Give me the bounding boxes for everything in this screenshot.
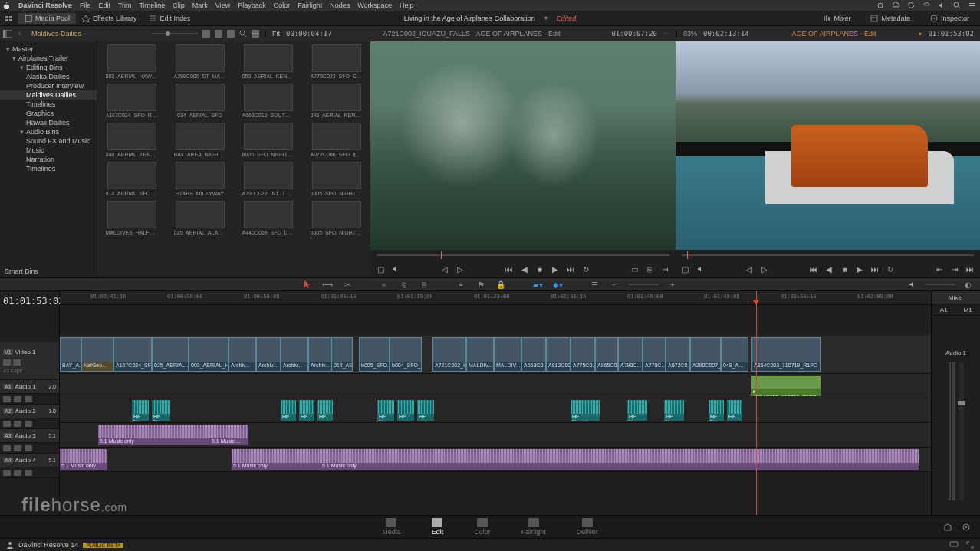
- audio-clip[interactable]: HF N...: [627, 400, 647, 421]
- go-end-icon[interactable]: ⏭: [965, 264, 975, 274]
- clip-thumb[interactable]: b005_SFO_NIGHT_LIGH...: [305, 201, 367, 235]
- audio-clip[interactable]: HF...: [397, 400, 414, 421]
- video-clip[interactable]: A653C0...: [521, 337, 546, 372]
- bin-maldives-dailies[interactable]: Maldives Dailies: [0, 90, 97, 100]
- clip-thumb[interactable]: 014_AERIAL_SFO: [169, 84, 231, 118]
- clip-thumb[interactable]: MALDIVES_HALF_IN_HA...: [100, 201, 163, 235]
- spotlight-icon[interactable]: [952, 1, 962, 10]
- project-manager-icon[interactable]: [943, 523, 952, 532]
- list-view-icon[interactable]: [227, 30, 235, 38]
- effects-library-toggle[interactable]: Effects Library: [76, 13, 143, 24]
- timeline-view-icon[interactable]: ☰: [588, 279, 600, 290]
- mute-icon[interactable]: [3, 396, 11, 402]
- video-clip[interactable]: A721C002_IG...: [432, 337, 466, 372]
- apple-menu[interactable]: [3, 2, 11, 9]
- audio-track-1[interactable]: ▸ A384C003_110719_R1PC: [60, 374, 931, 398]
- step-fwd-icon[interactable]: ⏭: [565, 264, 576, 274]
- bin-music[interactable]: Music: [0, 146, 97, 155]
- audio-clip[interactable]: HF...: [281, 400, 296, 421]
- clip-thumb[interactable]: b005_SFO_NIGHT_LIGH...: [305, 162, 367, 196]
- video-clip[interactable]: MALDIV...: [466, 337, 494, 372]
- video-clip[interactable]: A812C00...: [546, 337, 571, 372]
- back-icon[interactable]: ‹: [15, 30, 24, 38]
- menu-clip[interactable]: Clip: [173, 2, 185, 9]
- audio-track-2[interactable]: HF N...HF N...HF...HF...HF...HF N...HF..…: [60, 398, 931, 423]
- inspector-toggle[interactable]: Inspector: [924, 13, 975, 24]
- match-frame-icon[interactable]: ▢: [375, 264, 386, 274]
- page-tab-edit[interactable]: Edit: [432, 518, 444, 536]
- mixer-volume-icon[interactable]: [906, 279, 919, 290]
- clip-thumb[interactable]: 053_AERIAL_KENYA_YE...: [237, 44, 299, 79]
- expand-icon[interactable]: [966, 541, 974, 549]
- clip-thumb[interactable]: A299C006_ST_MAARTE...: [169, 44, 231, 79]
- timeline-body[interactable]: 01:00:41:1601:00:50:0001:00:58:0801:01:0…: [60, 291, 931, 515]
- audio-clip[interactable]: HF...: [727, 400, 742, 421]
- audio-clip[interactable]: 5.1 Music only: [60, 449, 107, 470]
- chat-icon[interactable]: [949, 541, 959, 549]
- menu-mark[interactable]: Mark: [192, 2, 208, 9]
- chevron-down-icon[interactable]: ▾: [544, 15, 548, 21]
- mute-icon[interactable]: [3, 470, 11, 476]
- step-back-icon[interactable]: ◀: [519, 264, 530, 274]
- audio-clip[interactable]: HF N...: [152, 400, 170, 421]
- menu-workspace[interactable]: Workspace: [357, 2, 392, 9]
- dim-icon[interactable]: ◐: [962, 279, 974, 290]
- timeline-name[interactable]: AGE OF AIRPLANES - Edit: [755, 30, 913, 38]
- video-clip[interactable]: A167C024_SF...: [113, 337, 152, 372]
- step-fwd-icon[interactable]: ⏭: [870, 264, 880, 274]
- grid-view-icon[interactable]: [215, 30, 222, 38]
- video-clip[interactable]: b004_SFO_NI...: [390, 337, 422, 372]
- audio-track-3[interactable]: 5.1 Music only5.1 Music ...: [60, 423, 931, 448]
- record-viewer[interactable]: [676, 41, 981, 250]
- loop-icon[interactable]: ↻: [580, 264, 591, 274]
- stop-icon[interactable]: ■: [534, 264, 545, 274]
- marker-icon[interactable]: ◆▾: [551, 279, 564, 290]
- first-frame-icon[interactable]: ⏮: [504, 264, 515, 274]
- bin-timelines[interactable]: Timelines: [0, 100, 97, 109]
- solo-icon[interactable]: [14, 445, 21, 451]
- bin-airplanes-trailer[interactable]: ▾Airplanes Trailer: [0, 54, 97, 63]
- page-tab-media[interactable]: Media: [382, 518, 401, 536]
- clip-thumb[interactable]: A775C023_SFO_CHINA...: [305, 44, 367, 79]
- video-clip[interactable]: 025_AERIAL...: [152, 337, 189, 372]
- media-pool-toggle[interactable]: Media Pool: [18, 13, 76, 24]
- video-clip[interactable]: b005_SFO...: [359, 337, 390, 372]
- menu-trim[interactable]: Trim: [118, 2, 132, 9]
- play-icon[interactable]: ▶: [550, 264, 561, 274]
- menu-fairlight[interactable]: Fairlight: [298, 2, 322, 9]
- audio-clip[interactable]: HF...: [299, 400, 314, 421]
- arm-icon[interactable]: [25, 421, 32, 427]
- mute-icon[interactable]: [3, 421, 11, 427]
- video-clip[interactable]: A290C007_ST...: [690, 337, 721, 372]
- video-clip[interactable]: A790C...: [618, 337, 643, 372]
- clip-thumb[interactable]: A440C009_SFO_LUFT_S...: [237, 201, 299, 235]
- zoom-out-icon[interactable]: −: [608, 279, 620, 290]
- mute-icon[interactable]: [3, 445, 11, 451]
- overwrite-icon[interactable]: ⎘: [644, 264, 655, 274]
- insert-icon[interactable]: ▭: [629, 264, 640, 274]
- record-scrubber[interactable]: [676, 250, 981, 261]
- clip-thumb[interactable]: 014_AERIAL_SFO_02: [100, 162, 163, 196]
- smart-bins[interactable]: Smart Bins: [0, 265, 97, 277]
- track-header-a1[interactable]: A1Audio 12.0: [0, 380, 59, 394]
- go-out-icon[interactable]: ⇥: [949, 264, 960, 274]
- audio-track-4[interactable]: 5.1 Music only5.1 Music only5.1 Music on…: [60, 448, 931, 472]
- go-in-icon[interactable]: ⇤: [934, 264, 945, 274]
- source-viewer[interactable]: [370, 41, 676, 250]
- selection-tool[interactable]: [301, 279, 314, 290]
- video-clip[interactable]: A865C0...: [595, 337, 618, 372]
- mark-out-icon[interactable]: ▷: [759, 264, 770, 274]
- bin-alaska-dailies[interactable]: Alaska Dailies: [0, 72, 97, 81]
- timeline-ruler[interactable]: 01:00:41:1601:00:50:0001:00:58:0801:01:0…: [60, 291, 931, 305]
- solo-icon[interactable]: [14, 421, 21, 427]
- clip-thumb[interactable]: 025_AERIAL_ALASKA_S...: [169, 201, 231, 235]
- clip-thumb[interactable]: A072C006_SFO_gate: [305, 123, 367, 157]
- sync-icon[interactable]: [906, 1, 916, 10]
- menu-timeline[interactable]: Timeline: [140, 2, 166, 9]
- blade-tool[interactable]: ✂: [341, 279, 354, 290]
- video-clip[interactable]: Archiv...: [229, 337, 256, 372]
- arm-icon[interactable]: [25, 396, 32, 402]
- fader[interactable]: [959, 362, 964, 500]
- clip-thumb[interactable]: A663C012_SOUTH_POL...: [237, 84, 299, 118]
- fit-dropdown[interactable]: Fit: [272, 30, 280, 38]
